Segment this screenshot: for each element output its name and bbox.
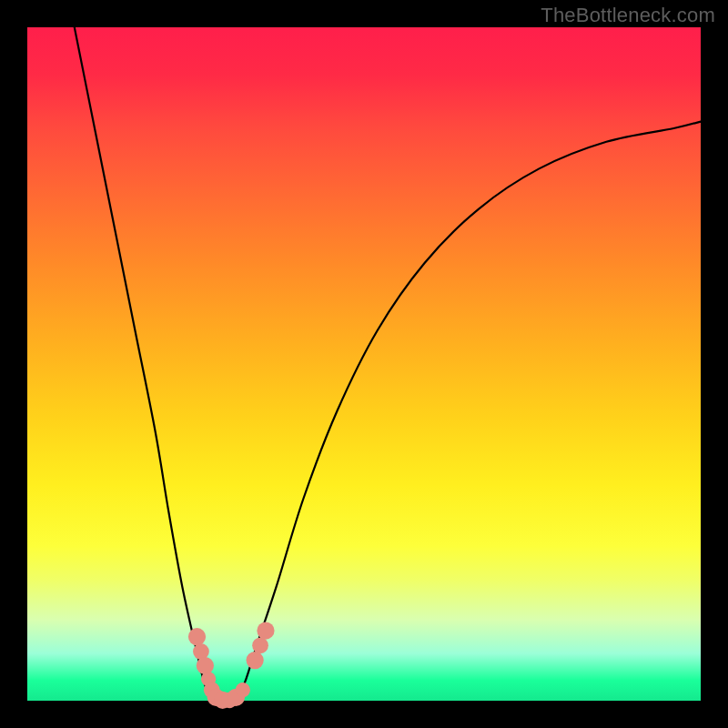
marker-dot: [247, 652, 264, 669]
data-markers: [188, 622, 275, 708]
marker-dot: [188, 628, 206, 645]
curve-svg: [27, 27, 701, 701]
plot-area: [27, 27, 701, 701]
watermark-text: TheBottleneck.com: [541, 4, 715, 27]
marker-dot: [257, 622, 274, 639]
bottleneck-curve: [75, 27, 701, 703]
chart-frame: TheBottleneck.com: [0, 0, 728, 728]
marker-dot: [252, 637, 268, 653]
marker-dot: [197, 657, 214, 674]
marker-dot: [236, 682, 250, 697]
